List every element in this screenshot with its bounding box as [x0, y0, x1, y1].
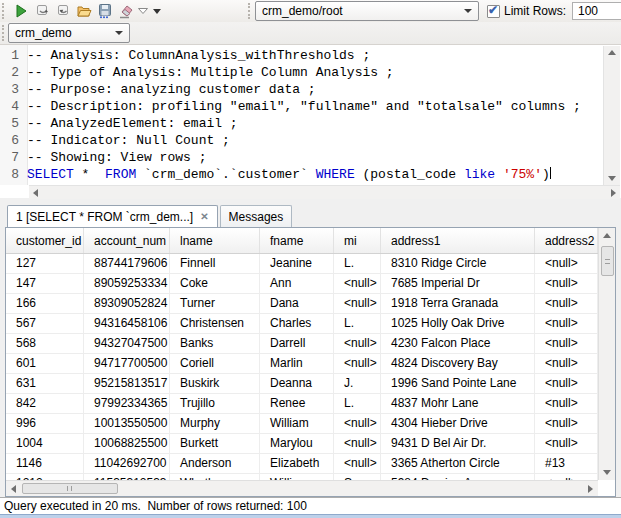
table-cell: Coke: [170, 274, 260, 293]
code-text: -- Description: profiling "email", "full…: [24, 98, 581, 115]
column-header-mi[interactable]: mi: [334, 228, 381, 253]
table-cell: Murphy: [170, 414, 260, 433]
line-number: 5: [0, 115, 24, 132]
connection-combo[interactable]: crm_demo/root: [255, 1, 479, 21]
limit-rows-checkbox[interactable]: ✔: [487, 5, 500, 18]
line-number: 3: [0, 81, 24, 98]
table-row[interactable]: 99610013550500MurphyWilliam<null>4304 Hi…: [6, 414, 598, 434]
editor-vertical-scrollbar[interactable]: [603, 46, 620, 185]
table-cell: 95215813517: [84, 374, 170, 393]
table-cell: <null>: [334, 354, 381, 373]
column-header-address1[interactable]: address1: [381, 228, 535, 253]
table-row[interactable]: 16689309052824TurnerDana<null>1918 Terra…: [6, 294, 598, 314]
code-line: 2-- Type of Analysis: Multiple Column An…: [0, 64, 592, 81]
horizontal-scroll-thumb[interactable]: [22, 483, 118, 494]
column-header-address2[interactable]: address2: [535, 228, 598, 253]
table-row[interactable]: 60194717700500CoriellMarlin<null>4824 Di…: [6, 354, 598, 374]
column-header-account_num[interactable]: account_num: [84, 228, 170, 253]
toolbar-grip[interactable]: [2, 25, 7, 41]
table-row[interactable]: 114611042692700AndersonElizabeth<null>33…: [6, 454, 598, 474]
table-cell: <null>: [535, 434, 598, 453]
database-combo-value: crm_demo: [15, 26, 111, 40]
vertical-scroll-thumb[interactable]: [601, 246, 614, 276]
main-toolbar: crm_demo/root ✔ Limit Rows:: [0, 0, 621, 22]
scroll-right-icon[interactable]: [588, 485, 593, 493]
scroll-right-icon[interactable]: [611, 189, 616, 197]
line-number: 1: [0, 47, 24, 64]
sql-editor-window: crm_demo/root ✔ Limit Rows: crm_demo 1--…: [0, 0, 621, 518]
table-row[interactable]: 63195215813517BuskirkDeannaJ.1996 Sand P…: [6, 374, 598, 394]
execute-selection-icon[interactable]: [31, 1, 52, 21]
table-cell: Ann: [260, 274, 334, 293]
scroll-left-icon[interactable]: [33, 189, 38, 197]
messages-tab[interactable]: Messages: [220, 205, 293, 227]
table-cell: <null>: [334, 274, 381, 293]
table-row[interactable]: 84297992334365TrujilloReneeL.4837 Mohr L…: [6, 394, 598, 414]
table-row[interactable]: 56894327047500BanksDarrell<null>4230 Fal…: [6, 334, 598, 354]
code-text: -- Showing: View rows ;: [24, 149, 206, 166]
combo-arrow-icon: [464, 9, 472, 13]
table-cell: 567: [6, 314, 84, 333]
scroll-down-icon[interactable]: [603, 470, 611, 475]
editor-horizontal-scrollbar[interactable]: [29, 185, 620, 199]
scroll-left-icon[interactable]: [11, 485, 16, 493]
open-file-icon[interactable]: [73, 1, 94, 21]
checkmark-icon: ✔: [488, 3, 498, 17]
scroll-up-icon[interactable]: [603, 233, 611, 238]
table-cell: Darrell: [260, 334, 334, 353]
table-cell: 166: [6, 294, 84, 313]
table-cell: 7685 Imperial Dr: [381, 274, 535, 293]
table-cell: 568: [6, 334, 84, 353]
table-cell: Deanna: [260, 374, 334, 393]
database-toolbar: crm_demo: [0, 22, 621, 44]
table-row[interactable]: 12788744179606FinnellJeanineL.8310 Ridge…: [6, 254, 598, 274]
table-row[interactable]: 56794316458106ChristensenCharlesL.1025 H…: [6, 314, 598, 334]
table-cell: <null>: [535, 314, 598, 333]
table-row[interactable]: 100410068825500BurkettMarylou<null>9431 …: [6, 434, 598, 454]
table-cell: <null>: [334, 334, 381, 353]
results-horizontal-scrollbar[interactable]: [6, 480, 598, 496]
scroll-up-icon[interactable]: [608, 50, 616, 55]
table-cell: <null>: [535, 274, 598, 293]
limit-rows-group: ✔ Limit Rows:: [487, 0, 621, 22]
table-cell: L.: [334, 314, 381, 333]
database-combo[interactable]: crm_demo: [8, 23, 130, 43]
table-cell: 4304 Hieber Drive: [381, 414, 535, 433]
toolbar-grip[interactable]: [248, 3, 253, 19]
table-cell: Burkett: [170, 434, 260, 453]
limit-rows-input[interactable]: [572, 2, 621, 20]
execute-sql-icon[interactable]: [10, 1, 31, 21]
tab-close-icon[interactable]: ✕: [200, 212, 208, 222]
execute-batch-icon[interactable]: [52, 1, 73, 21]
code-area[interactable]: 1-- Analysis: ColumnAnalysis_withThresho…: [0, 47, 592, 185]
table-cell: Dana: [260, 294, 334, 313]
table-cell: <null>: [535, 354, 598, 373]
results-tab[interactable]: 1 [SELECT * FROM `crm_dem...]✕: [7, 205, 218, 227]
sql-editor[interactable]: 1-- Analysis: ColumnAnalysis_withThresho…: [0, 44, 621, 198]
clear-editor-icon[interactable]: [115, 1, 136, 21]
table-cell: 10013550500: [84, 414, 170, 433]
column-header-lname[interactable]: lname: [170, 228, 260, 253]
table-cell: Finnell: [170, 254, 260, 273]
toolbar-overflow-icon[interactable]: [150, 1, 164, 21]
table-row[interactable]: 14789059253334CokeAnn<null>7685 Imperial…: [6, 274, 598, 294]
table-cell: Coriell: [170, 354, 260, 373]
column-header-customer_id[interactable]: customer_id: [6, 228, 84, 253]
table-cell: Banks: [170, 334, 260, 353]
table-cell: 4837 Mohr Lane: [381, 394, 535, 413]
table-cell: <null>: [334, 414, 381, 433]
results-vertical-scrollbar[interactable]: [598, 228, 615, 480]
save-icon[interactable]: [94, 1, 115, 21]
chevron-dropdown-icon[interactable]: [136, 1, 150, 21]
toolbar-grip[interactable]: [2, 3, 7, 19]
column-header-fname[interactable]: fname: [260, 228, 334, 253]
table-cell: Marylou: [260, 434, 334, 453]
table-cell: Turner: [170, 294, 260, 313]
code-text: -- Type of Analysis: Multiple Column Ana…: [24, 64, 394, 81]
status-bar: Query executed in 20 ms. Number of rows …: [0, 497, 621, 514]
scroll-down-icon[interactable]: [608, 176, 616, 181]
table-cell: <null>: [535, 254, 598, 273]
results-tabbar: 1 [SELECT * FROM `crm_dem...]✕Messages: [0, 205, 621, 227]
table-cell: L.: [334, 394, 381, 413]
table-cell: 4230 Falcon Place: [381, 334, 535, 353]
